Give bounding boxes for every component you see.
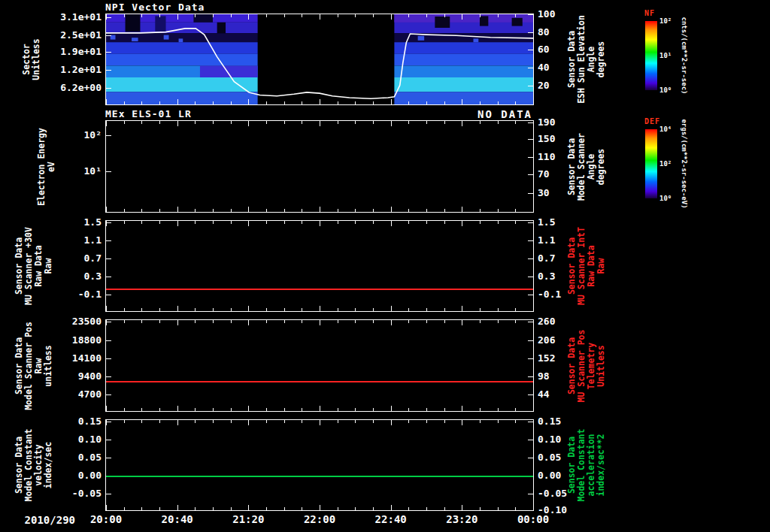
- x-tick-mark: [462, 306, 462, 311]
- y-tick-label-left: 6.2e+00: [41, 83, 102, 93]
- x-tick-mark: [231, 221, 232, 224]
- x-tick-mark: [159, 320, 160, 323]
- y-tick-mark: [106, 277, 111, 277]
- x-tick-mark: [426, 101, 427, 104]
- y-tick-label-right: 1.5: [538, 217, 583, 228]
- y-tick-mark: [528, 86, 533, 86]
- x-tick-mark: [284, 221, 285, 224]
- colorbar-nf-title: NF: [644, 9, 655, 17]
- x-tick-mark: [426, 507, 427, 510]
- x-tick-mark: [515, 209, 516, 212]
- y-tick-label-left: 18800: [41, 335, 102, 346]
- y-tick-label-right: 40: [538, 62, 583, 73]
- y-tick-label-right: 150: [538, 134, 583, 144]
- x-tick-mark: [124, 221, 125, 224]
- x-tick-mark: [444, 14, 445, 17]
- y-tick-label-right: 30: [538, 188, 583, 198]
- panel4-plot-area: [105, 319, 534, 412]
- x-tick-mark: [195, 121, 196, 124]
- x-axis-tick-label: 23:20: [432, 513, 492, 525]
- y-tick-mark: [528, 277, 533, 277]
- y-tick-label-right: 44: [538, 389, 583, 400]
- x-tick-mark: [106, 121, 107, 126]
- x-tick-mark: [391, 420, 392, 425]
- x-tick-mark: [106, 221, 107, 226]
- x-tick-mark: [302, 121, 302, 124]
- x-tick-mark: [266, 408, 267, 411]
- x-tick-mark: [426, 408, 427, 411]
- x-tick-mark: [391, 99, 392, 104]
- y-tick-mark: [106, 458, 111, 458]
- y-tick-label-left: 4700: [41, 389, 102, 400]
- x-tick-mark: [515, 420, 516, 423]
- x-tick-mark: [426, 14, 427, 17]
- x-tick-mark: [213, 420, 214, 423]
- y-tick-mark: [528, 122, 533, 123]
- x-tick-mark: [480, 221, 480, 224]
- x-tick-mark: [177, 99, 178, 104]
- panel1-plot-area: [105, 14, 534, 105]
- x-tick-mark: [373, 420, 374, 423]
- x-tick-mark: [159, 101, 160, 104]
- x-tick-mark: [391, 320, 392, 325]
- x-tick-mark: [266, 308, 267, 311]
- x-tick-mark: [320, 99, 320, 104]
- x-tick-mark: [320, 121, 320, 126]
- x-tick-mark: [124, 507, 125, 510]
- x-tick-mark: [355, 221, 356, 224]
- x-tick-mark: [248, 221, 249, 226]
- x-tick-mark: [266, 101, 267, 104]
- y-tick-mark: [106, 70, 111, 71]
- y-tick-mark: [528, 68, 533, 68]
- colorbar-tick-label: 10⁴: [659, 125, 671, 133]
- x-tick-mark: [391, 406, 392, 411]
- y-tick-label-right: 70: [538, 169, 583, 180]
- x-tick-mark: [533, 221, 534, 226]
- x-tick-mark: [462, 406, 462, 411]
- y-tick-mark: [528, 422, 533, 422]
- x-tick-mark: [124, 308, 125, 311]
- x-tick-mark: [391, 505, 392, 510]
- x-tick-mark: [391, 221, 392, 226]
- x-tick-mark: [284, 14, 285, 17]
- x-tick-mark: [373, 14, 374, 17]
- x-tick-mark: [320, 14, 320, 20]
- x-tick-mark: [248, 207, 249, 212]
- x-tick-mark: [515, 408, 516, 411]
- constant-value-line: [106, 381, 533, 382]
- y-tick-mark: [106, 52, 111, 53]
- x-tick-mark: [159, 209, 160, 212]
- x-tick-mark: [284, 320, 285, 323]
- x-tick-mark: [195, 507, 196, 510]
- x-tick-mark: [515, 507, 516, 510]
- x-tick-mark: [480, 121, 480, 124]
- y-tick-label-left: 0.15: [41, 416, 102, 427]
- y-tick-label-left: 0.05: [41, 452, 102, 463]
- y-tick-mark: [528, 510, 533, 511]
- x-tick-mark: [426, 121, 427, 124]
- y-tick-mark: [528, 14, 533, 15]
- x-tick-mark: [302, 320, 302, 323]
- y-tick-mark: [106, 35, 111, 36]
- x-tick-mark: [462, 320, 462, 325]
- x-tick-mark: [338, 121, 338, 124]
- constant-value-line: [106, 289, 533, 290]
- x-tick-mark: [480, 101, 480, 104]
- x-tick-mark: [284, 507, 285, 510]
- x-tick-mark: [106, 99, 107, 104]
- x-tick-mark: [373, 101, 374, 104]
- x-tick-mark: [177, 420, 178, 425]
- x-tick-mark: [302, 14, 302, 17]
- y-tick-label-right: -0.1: [538, 289, 583, 300]
- x-tick-mark: [373, 121, 374, 124]
- x-tick-mark: [462, 221, 462, 226]
- npi-spectrogram: [106, 14, 533, 104]
- y-tick-mark: [528, 494, 533, 494]
- y-tick-label-left: 9400: [41, 371, 102, 382]
- y-tick-label-left: 1.9e+01: [41, 47, 102, 57]
- y-tick-label-right: 1.1: [538, 235, 583, 246]
- colorbar-def-title: DEF: [644, 117, 660, 125]
- y-tick-mark: [528, 340, 533, 341]
- x-tick-mark: [391, 207, 392, 212]
- x-tick-mark: [284, 101, 285, 104]
